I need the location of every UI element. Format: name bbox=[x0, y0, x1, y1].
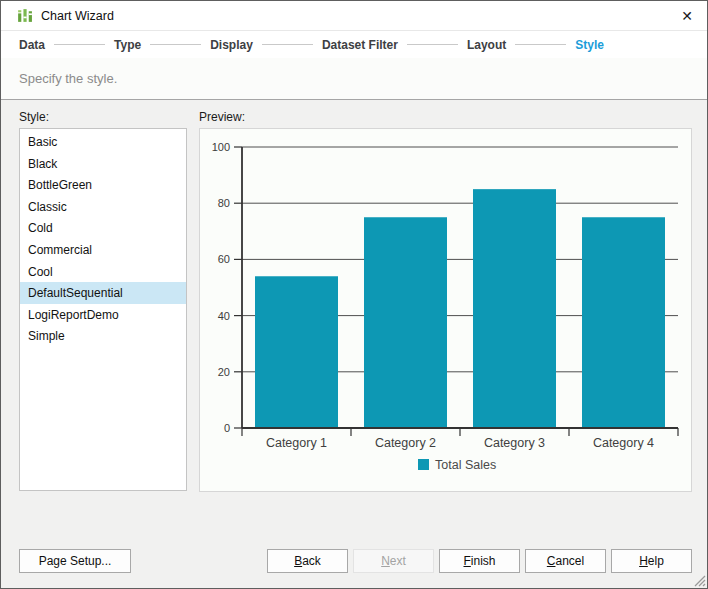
style-option-bottlegreen[interactable]: BottleGreen bbox=[20, 174, 186, 196]
step-separator bbox=[515, 44, 566, 45]
legend-swatch bbox=[418, 459, 429, 470]
y-tick-label: 80 bbox=[218, 197, 230, 209]
close-icon[interactable]: ✕ bbox=[673, 2, 701, 30]
wizard-subtitle: Specify the style. bbox=[1, 58, 707, 100]
chart-wizard-icon bbox=[16, 7, 33, 24]
y-tick-label: 0 bbox=[224, 422, 230, 434]
step-display[interactable]: Display bbox=[210, 38, 253, 52]
style-option-logireportdemo[interactable]: LogiReportDemo bbox=[20, 304, 186, 326]
nav-button-group: BackNextFinishCancelHelp bbox=[267, 549, 692, 573]
step-separator bbox=[407, 44, 458, 45]
y-tick-label: 60 bbox=[218, 253, 230, 265]
y-tick-label: 100 bbox=[212, 141, 230, 153]
help-button[interactable]: Help bbox=[611, 549, 692, 573]
preview-column: Preview: 020406080100Category 1Category … bbox=[199, 108, 692, 492]
back-button[interactable]: Back bbox=[267, 549, 348, 573]
step-dataset-filter[interactable]: Dataset Filter bbox=[322, 38, 398, 52]
step-style[interactable]: Style bbox=[575, 38, 604, 52]
y-tick-label: 20 bbox=[218, 366, 230, 378]
style-option-simple[interactable]: Simple bbox=[20, 325, 186, 347]
step-separator bbox=[150, 44, 201, 45]
step-layout[interactable]: Layout bbox=[467, 38, 506, 52]
x-category-label: Category 1 bbox=[266, 436, 327, 450]
preview-panel: 020406080100Category 1Category 2Category… bbox=[199, 128, 692, 492]
style-option-basic[interactable]: Basic bbox=[20, 131, 186, 153]
dialog-title: Chart Wizard bbox=[41, 9, 114, 23]
style-option-classic[interactable]: Classic bbox=[20, 196, 186, 218]
bar-category-4 bbox=[582, 217, 665, 428]
cancel-button[interactable]: Cancel bbox=[525, 549, 606, 573]
chart-wizard-dialog: Chart Wizard ✕ DataTypeDisplayDataset Fi… bbox=[0, 0, 708, 589]
finish-button[interactable]: Finish bbox=[439, 549, 520, 573]
bar-category-3 bbox=[473, 189, 556, 428]
step-data[interactable]: Data bbox=[19, 38, 45, 52]
style-option-cold[interactable]: Cold bbox=[20, 217, 186, 239]
main-content: Style: BasicBlackBottleGreenClassicColdC… bbox=[1, 100, 707, 492]
step-nav: DataTypeDisplayDataset FilterLayoutStyle bbox=[1, 31, 707, 58]
style-listbox[interactable]: BasicBlackBottleGreenClassicColdCommerci… bbox=[19, 128, 187, 491]
step-separator bbox=[54, 44, 105, 45]
page-setup-button[interactable]: Page Setup... bbox=[19, 549, 131, 573]
legend-label: Total Sales bbox=[435, 458, 496, 472]
bar-category-1 bbox=[255, 276, 338, 428]
preview-label: Preview: bbox=[199, 108, 692, 128]
next-button[interactable]: Next bbox=[353, 549, 434, 573]
x-category-label: Category 3 bbox=[484, 436, 545, 450]
step-type[interactable]: Type bbox=[114, 38, 141, 52]
x-category-label: Category 2 bbox=[375, 436, 436, 450]
style-option-cool[interactable]: Cool bbox=[20, 261, 186, 283]
step-separator bbox=[262, 44, 313, 45]
resize-grip-icon[interactable] bbox=[693, 574, 706, 587]
y-tick-label: 40 bbox=[218, 310, 230, 322]
style-option-defaultsequential[interactable]: DefaultSequential bbox=[20, 282, 186, 304]
preview-chart: 020406080100Category 1Category 2Category… bbox=[200, 129, 691, 491]
x-category-label: Category 4 bbox=[593, 436, 654, 450]
style-list-label: Style: bbox=[19, 108, 187, 128]
style-column: Style: BasicBlackBottleGreenClassicColdC… bbox=[19, 108, 187, 492]
style-option-black[interactable]: Black bbox=[20, 153, 186, 175]
bar-category-2 bbox=[364, 217, 447, 428]
style-option-commercial[interactable]: Commercial bbox=[20, 239, 186, 261]
footer-bar: Page Setup... BackNextFinishCancelHelp bbox=[1, 492, 707, 588]
title-bar: Chart Wizard ✕ bbox=[1, 1, 707, 31]
